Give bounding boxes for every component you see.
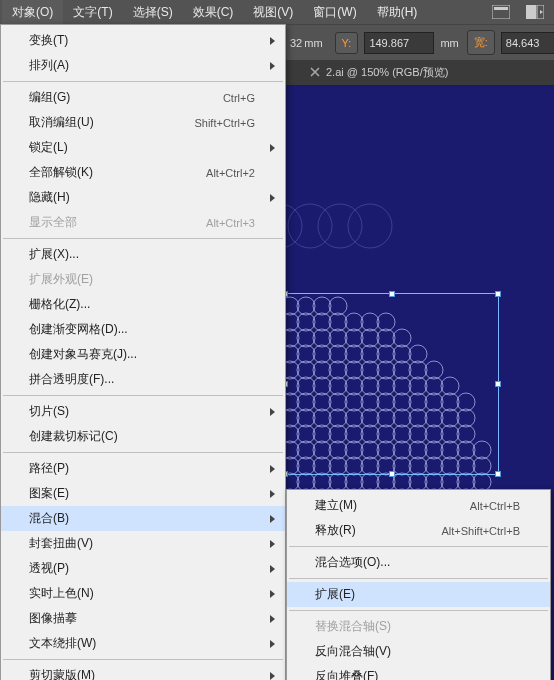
menu-item-label: 替换混合轴(S) — [315, 618, 520, 635]
menu-item-label: 全部解锁(K) — [29, 164, 206, 181]
chevron-right-icon — [270, 615, 275, 623]
menu-item-label: 栅格化(Z)... — [29, 296, 255, 313]
object-menu-separator — [3, 452, 283, 453]
menu-item-label: 隐藏(H) — [29, 189, 255, 206]
blend-submenu-item-3[interactable]: 混合选项(O)... — [287, 550, 550, 575]
w-input[interactable] — [501, 32, 554, 54]
menu-item-shortcut: Alt+Ctrl+3 — [206, 217, 255, 229]
object-menu-item-24[interactable]: 透视(P) — [1, 556, 285, 581]
object-menu-item-0[interactable]: 变换(T) — [1, 28, 285, 53]
object-menu-item-8: 显示全部Alt+Ctrl+3 — [1, 210, 285, 235]
blend-submenu-item-8[interactable]: 反向混合轴(V) — [287, 639, 550, 664]
menu-effect[interactable]: 效果(C) — [183, 0, 244, 25]
menu-item-label: 创建裁切标记(C) — [29, 428, 255, 445]
object-menu-item-7[interactable]: 隐藏(H) — [1, 185, 285, 210]
chevron-right-icon — [270, 194, 275, 202]
object-menu-item-11: 扩展外观(E) — [1, 267, 285, 292]
menu-object[interactable]: 对象(O) — [2, 0, 63, 25]
menu-item-label: 扩展(E) — [315, 586, 520, 603]
object-menu-item-3[interactable]: 编组(G)Ctrl+G — [1, 85, 285, 110]
object-menu-item-25[interactable]: 实时上色(N) — [1, 581, 285, 606]
object-menu-separator — [3, 238, 283, 239]
menu-item-label: 图像描摹 — [29, 610, 255, 627]
object-menu-item-26[interactable]: 图像描摹 — [1, 606, 285, 631]
menu-view[interactable]: 视图(V) — [243, 0, 303, 25]
object-menu-separator — [3, 395, 283, 396]
object-menu-item-17[interactable]: 切片(S) — [1, 399, 285, 424]
document-tab[interactable]: 2.ai @ 150% (RGB/预览) — [300, 60, 458, 85]
y-input[interactable] — [364, 32, 434, 54]
menu-select[interactable]: 选择(S) — [123, 0, 183, 25]
menu-item-label: 反向堆叠(F) — [315, 668, 520, 680]
menu-item-label: 混合选项(O)... — [315, 554, 520, 571]
object-menu-item-21[interactable]: 图案(E) — [1, 481, 285, 506]
menu-item-label: 文本绕排(W) — [29, 635, 255, 652]
menu-item-label: 排列(A) — [29, 57, 255, 74]
blend-submenu-item-0[interactable]: 建立(M)Alt+Ctrl+B — [287, 493, 550, 518]
chevron-right-icon — [270, 565, 275, 573]
menu-item-label: 建立(M) — [315, 497, 470, 514]
object-menu-item-18[interactable]: 创建裁切标记(C) — [1, 424, 285, 449]
object-menu-item-27[interactable]: 文本绕排(W) — [1, 631, 285, 656]
chevron-right-icon — [270, 465, 275, 473]
menu-item-label: 实时上色(N) — [29, 585, 255, 602]
menu-item-label: 透视(P) — [29, 560, 255, 577]
object-menu-separator — [3, 81, 283, 82]
chevron-right-icon — [270, 590, 275, 598]
menu-item-label: 编组(G) — [29, 89, 223, 106]
object-menu-item-6[interactable]: 全部解锁(K)Alt+Ctrl+2 — [1, 160, 285, 185]
menu-item-label: 扩展外观(E) — [29, 271, 255, 288]
object-menu-item-29[interactable]: 剪切蒙版(M) — [1, 663, 285, 680]
layout-icon[interactable] — [486, 2, 516, 22]
menu-item-shortcut: Alt+Shift+Ctrl+B — [441, 525, 520, 537]
menu-item-label: 取消编组(U) — [29, 114, 194, 131]
svg-point-6 — [288, 204, 332, 248]
menu-item-shortcut: Alt+Ctrl+2 — [206, 167, 255, 179]
blend-submenu-item-1[interactable]: 释放(R)Alt+Shift+Ctrl+B — [287, 518, 550, 543]
menu-item-label: 拼合透明度(F)... — [29, 371, 255, 388]
svg-point-7 — [318, 204, 362, 248]
menu-item-label: 扩展(X)... — [29, 246, 255, 263]
object-menu-separator — [3, 659, 283, 660]
object-menu-item-5[interactable]: 锁定(L) — [1, 135, 285, 160]
chevron-right-icon — [270, 408, 275, 416]
object-menu-item-23[interactable]: 封套扭曲(V) — [1, 531, 285, 556]
object-menu-item-10[interactable]: 扩展(X)... — [1, 242, 285, 267]
chevron-right-icon — [270, 144, 275, 152]
menu-help[interactable]: 帮助(H) — [367, 0, 428, 25]
menu-type[interactable]: 文字(T) — [63, 0, 122, 25]
menu-item-label: 锁定(L) — [29, 139, 255, 156]
menu-item-shortcut: Shift+Ctrl+G — [194, 117, 255, 129]
blend-submenu-separator — [289, 578, 548, 579]
object-menu-item-20[interactable]: 路径(P) — [1, 456, 285, 481]
blend-submenu-item-7: 替换混合轴(S) — [287, 614, 550, 639]
chevron-right-icon — [270, 540, 275, 548]
blend-submenu-item-5[interactable]: 扩展(E) — [287, 582, 550, 607]
object-menu-item-12[interactable]: 栅格化(Z)... — [1, 292, 285, 317]
w-label: 宽: — [467, 30, 495, 55]
menu-item-label: 混合(B) — [29, 510, 255, 527]
menu-item-label: 路径(P) — [29, 460, 255, 477]
blend-submenu-separator — [289, 610, 548, 611]
tab-title: 2.ai @ 150% (RGB/预览) — [326, 65, 448, 80]
menu-item-label: 图案(E) — [29, 485, 255, 502]
screen-mode-icon[interactable] — [520, 2, 550, 22]
unit-label-y: mm — [440, 37, 458, 49]
menu-item-label: 创建对象马赛克(J)... — [29, 346, 255, 363]
object-menu-item-14[interactable]: 创建对象马赛克(J)... — [1, 342, 285, 367]
chevron-right-icon — [270, 62, 275, 70]
svg-point-8 — [348, 204, 392, 248]
selection-bounds — [284, 293, 499, 475]
object-menu-item-13[interactable]: 创建渐变网格(D)... — [1, 317, 285, 342]
close-icon[interactable] — [310, 67, 320, 79]
object-menu-item-22[interactable]: 混合(B) — [1, 506, 285, 531]
menu-window[interactable]: 窗口(W) — [303, 0, 366, 25]
blend-submenu-separator — [289, 546, 548, 547]
chevron-right-icon — [270, 640, 275, 648]
object-menu-item-4[interactable]: 取消编组(U)Shift+Ctrl+G — [1, 110, 285, 135]
blend-submenu-item-9[interactable]: 反向堆叠(F) — [287, 664, 550, 680]
chevron-right-icon — [270, 515, 275, 523]
object-menu-item-15[interactable]: 拼合透明度(F)... — [1, 367, 285, 392]
object-menu-item-1[interactable]: 排列(A) — [1, 53, 285, 78]
object-menu: 变换(T)排列(A)编组(G)Ctrl+G取消编组(U)Shift+Ctrl+G… — [0, 24, 286, 680]
